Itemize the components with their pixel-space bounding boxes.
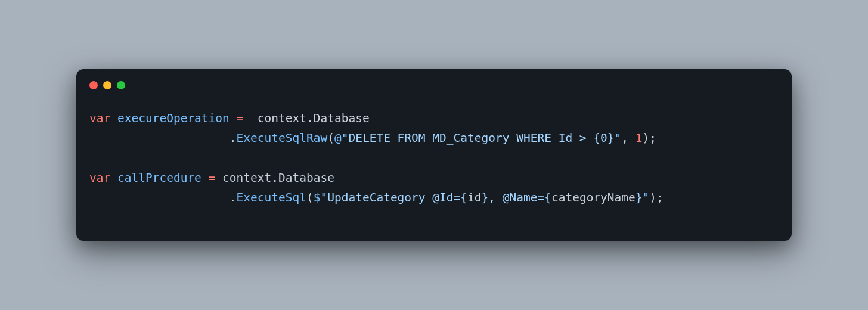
identifier: _context [250, 111, 306, 125]
property: Database [314, 111, 370, 125]
indent [89, 131, 230, 145]
paren-close: ); [643, 131, 656, 145]
code-window: var execureOperation = _context.Database… [76, 69, 792, 241]
number-literal: 1 [636, 131, 643, 145]
indent [89, 191, 230, 204]
interp-close: } [482, 191, 489, 204]
quote: " [643, 191, 650, 204]
interp-open: { [460, 191, 467, 204]
dot: . [230, 191, 237, 204]
maximize-icon[interactable] [117, 81, 125, 89]
at-sign: @ [334, 131, 342, 145]
interp-var: id [467, 191, 481, 204]
code-line-4: var callPrcedure = context.Database [89, 171, 334, 185]
code-line-1: var execureOperation = _context.Database [89, 111, 370, 125]
code-line-2: .ExecuteSqlRaw(@"DELETE FROM MD_Category… [89, 131, 656, 145]
method-name: ExecuteSqlRaw [237, 131, 328, 145]
code-block: var execureOperation = _context.Database… [76, 89, 792, 241]
variable-name: callPrcedure [117, 171, 202, 185]
minimize-icon[interactable] [103, 81, 111, 89]
dot: . [306, 111, 314, 125]
property: Database [278, 171, 334, 185]
dollar-sign: $ [314, 191, 321, 204]
close-icon[interactable] [89, 81, 98, 89]
interp-var: categoryName [551, 191, 636, 204]
dot: . [271, 171, 278, 185]
method-name: ExecuteSql [237, 191, 306, 204]
paren-open: ( [306, 191, 314, 204]
code-line-5: .ExecuteSql($"UpdateCategory @Id={id}, @… [89, 191, 664, 204]
variable-name: execureOperation [117, 111, 230, 125]
identifier: context [222, 171, 271, 185]
quote: " [342, 131, 349, 145]
keyword-var: var [89, 171, 110, 185]
operator-eq: = [230, 111, 250, 125]
string-literal: DELETE FROM MD_Category WHERE Id > {0} [348, 131, 614, 145]
interp-close: } [636, 191, 643, 204]
string-part: UpdateCategory @Id= [327, 191, 460, 204]
operator-eq: = [202, 171, 222, 185]
keyword-var: var [89, 111, 110, 125]
dot: . [230, 131, 237, 145]
paren-open: ( [327, 131, 334, 145]
string-part: , @Name= [488, 191, 544, 204]
comma: , [621, 131, 635, 145]
quote: " [615, 131, 622, 145]
interp-open: { [544, 191, 551, 204]
quote: " [320, 191, 327, 204]
paren-close: ); [649, 191, 663, 204]
window-controls [76, 69, 792, 89]
